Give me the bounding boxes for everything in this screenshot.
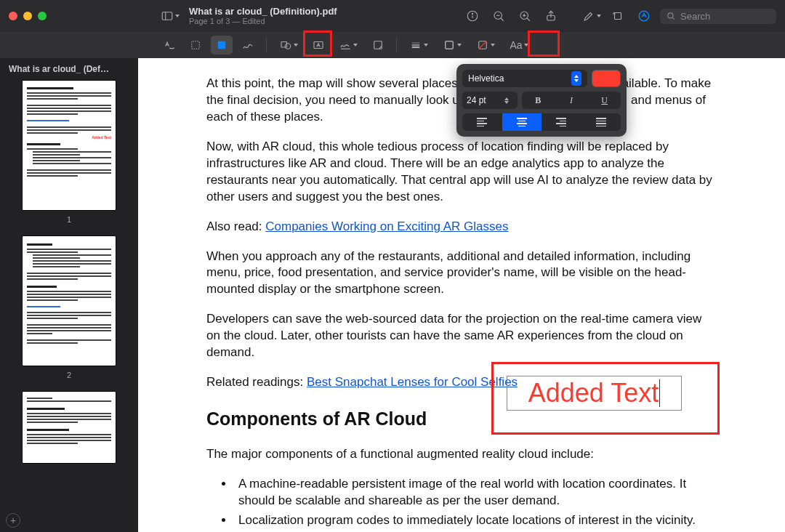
note-tool-icon[interactable] [367, 36, 389, 55]
search-icon [666, 11, 676, 21]
paragraph: Developers can save the web-sourced data… [206, 311, 717, 361]
font-select-arrows [571, 71, 581, 86]
annotation-highlight-text-tool [303, 31, 332, 57]
window-traffic-lights [9, 12, 47, 20]
search-field[interactable]: Search [660, 9, 776, 24]
svg-rect-0 [162, 12, 172, 20]
sign-tool-icon[interactable] [334, 36, 363, 55]
thumbnail-sidebar: What is ar cloud_ (Def… Added Text [0, 58, 138, 532]
component-list: A machine-readable persistent image of t… [234, 476, 717, 532]
svg-point-22 [285, 44, 291, 49]
align-justify-button[interactable] [581, 113, 621, 131]
highlight-icon[interactable] [581, 6, 602, 26]
text-style-label: Aa [510, 39, 522, 51]
font-size-stepper[interactable]: 24 pt [462, 92, 518, 109]
svg-rect-13 [615, 13, 621, 20]
list-item: A machine-readable persistent image of t… [234, 476, 717, 509]
svg-rect-30 [446, 41, 454, 49]
svg-line-32 [479, 41, 487, 49]
markup-toggle-icon[interactable] [634, 6, 654, 26]
fill-color-icon[interactable] [471, 36, 500, 55]
page-number-2: 2 [9, 371, 129, 379]
align-center-button[interactable] [502, 113, 542, 131]
list-item: Localization program codes to immediatel… [234, 512, 717, 529]
annotation-highlight-text-style [528, 31, 560, 57]
italic-button[interactable]: I [555, 92, 588, 109]
paragraph: Now, with AR cloud, this whole tedious p… [206, 139, 717, 206]
svg-line-7 [501, 18, 504, 21]
paragraph: The major components of a functional aug… [206, 446, 717, 463]
paragraph: When you approach any of the restaurants… [206, 249, 717, 299]
sketch-tool-icon[interactable] [158, 36, 180, 55]
info-icon[interactable] [462, 6, 483, 26]
minimize-window[interactable] [23, 12, 32, 20]
align-right-button[interactable] [542, 113, 581, 131]
window-title: What is ar cloud_ (Definition).pdf [189, 6, 337, 17]
annotation-highlight-added-text [491, 362, 720, 435]
select-tool-icon[interactable] [185, 36, 206, 55]
related-label: Related readings: [206, 375, 307, 389]
draw-tool-icon[interactable] [237, 36, 259, 55]
page-thumbnail-1[interactable]: Added Text 1 [9, 80, 129, 224]
search-placeholder: Search [680, 11, 710, 22]
border-style-icon[interactable] [404, 36, 433, 55]
svg-rect-20 [218, 41, 226, 49]
align-left-button[interactable] [462, 113, 502, 131]
page-number-1: 1 [9, 215, 129, 224]
window-subtitle: Page 1 of 3 — Edited [189, 17, 337, 26]
main-area: What is ar cloud_ (Def… Added Text [0, 58, 785, 532]
zoom-in-icon[interactable] [515, 6, 535, 26]
svg-point-16 [668, 13, 673, 18]
add-page-button[interactable]: + [6, 513, 20, 528]
svg-rect-19 [192, 41, 200, 49]
markup-toolbar: Aa [0, 32, 785, 58]
shapes-tool-icon[interactable] [274, 36, 303, 55]
svg-line-17 [672, 17, 674, 19]
related-link[interactable]: Best Snapchat Lenses for Cool Selfies [307, 375, 518, 389]
sidebar-title: What is ar cloud_ (Def… [9, 64, 129, 74]
bold-button[interactable]: B [522, 92, 555, 109]
text-style-popover: Helvetica 24 pt B I U [456, 64, 627, 137]
sidebar-toggle-icon[interactable] [160, 6, 180, 26]
zoom-out-icon[interactable] [488, 6, 509, 26]
svg-line-11 [527, 18, 530, 21]
titlebar: What is ar cloud_ (Definition).pdf Page … [0, 0, 785, 32]
rotate-icon[interactable] [608, 6, 628, 26]
text-color-swatch[interactable] [592, 70, 621, 87]
page-thumbnail-2[interactable]: 2 [9, 235, 129, 379]
zoom-window[interactable] [38, 12, 47, 20]
svg-point-4 [472, 13, 472, 14]
close-window[interactable] [9, 12, 17, 20]
border-color-icon[interactable] [438, 36, 467, 55]
window-title-group: What is ar cloud_ (Definition).pdf Page … [189, 6, 337, 27]
underline-button[interactable]: U [588, 92, 621, 109]
also-read-link[interactable]: Companies Working on Exciting AR Glasses [265, 219, 508, 233]
also-read-label: Also read: [206, 219, 265, 233]
font-size-value: 24 pt [467, 95, 486, 105]
redact-tool-icon[interactable] [211, 36, 233, 55]
font-family-select[interactable]: Helvetica [462, 70, 587, 87]
font-family-value: Helvetica [468, 73, 504, 84]
paragraph: Also read: Companies Working on Exciting… [206, 219, 717, 235]
page-thumbnail-3[interactable] [9, 391, 129, 464]
share-icon[interactable] [541, 6, 561, 26]
